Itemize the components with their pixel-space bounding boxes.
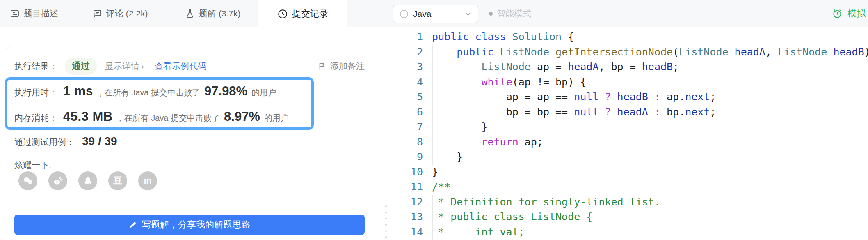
result-row: 执行结果： 通过 显示详情› 查看示例代码 添加备注: [14, 59, 375, 73]
write-solution-button[interactable]: 写题解，分享我的解题思路: [14, 215, 365, 235]
mock-interview-button[interactable]: 模拟: [832, 0, 866, 27]
flag-icon: [318, 62, 327, 71]
testcases-row: 通过测试用例： 39 / 39: [14, 135, 117, 148]
tab-problem-description[interactable]: 题目描述: [10, 0, 58, 27]
submission-result-panel: 执行结果： 通过 显示详情› 查看示例代码 添加备注 执行用时： 1 ms ，在…: [0, 27, 390, 240]
description-icon: [10, 9, 20, 18]
result-label: 执行结果：: [14, 60, 57, 72]
show-details-link[interactable]: 显示详情›: [105, 60, 144, 72]
panel-resize-handle[interactable]: [385, 205, 387, 240]
code-line: 2 public ListNode getIntersectionNode(Li…: [390, 45, 868, 60]
view-sample-code-link[interactable]: 查看示例代码: [155, 60, 206, 72]
line-number: 11: [390, 180, 423, 195]
weibo-icon[interactable]: [48, 171, 67, 190]
code-line: 5 ap = ap == null ? headB : ap.next;: [390, 90, 868, 105]
runtime-row: 执行用时： 1 ms ，在所有 Java 提交中击败了 97.98% 的用户: [14, 84, 326, 100]
chevron-down-icon: [464, 10, 472, 18]
tab-solutions[interactable]: 题解 (3.7k): [185, 0, 241, 27]
tab-separator: [75, 9, 75, 18]
testcases-value: 39 / 39: [82, 135, 117, 148]
memory-text: ，在所有 Java 提交中击败了: [116, 113, 220, 124]
tab-comments[interactable]: 评论 (2.2k): [92, 0, 148, 27]
add-note-button[interactable]: 添加备注: [318, 59, 365, 73]
indent-guide: [432, 195, 433, 240]
indent-guide: [457, 60, 457, 150]
wechat-icon[interactable]: [18, 171, 37, 190]
runtime-value: 1 ms: [63, 84, 93, 99]
code-line: 10}: [390, 165, 868, 180]
code-line: 7 }: [390, 120, 868, 135]
line-number: 8: [390, 135, 423, 150]
line-number: 5: [390, 90, 423, 105]
runtime-text: ，在所有 Java 提交中击败了: [96, 87, 200, 98]
code-line: 6 bp = bp == null ? headA : bp.next;: [390, 105, 868, 120]
leetcode-submission-page: 题目描述 评论 (2.2k) 题解 (3.7k) 提交记录 Java 智能模式 …: [0, 0, 868, 240]
share-icons-row: 豆 in: [18, 171, 157, 190]
line-number: 3: [390, 60, 423, 75]
comment-icon: [92, 9, 102, 18]
code-line: 11/**: [390, 180, 868, 195]
flask-icon: [185, 9, 195, 18]
mock-label: 模拟: [847, 7, 866, 20]
status-badge: 通过: [65, 58, 97, 75]
tab-submissions-active[interactable]: 提交记录: [258, 0, 347, 28]
line-number: 6: [390, 105, 423, 120]
code-line: 13 * public class ListNode {: [390, 210, 868, 225]
selected-language: Java: [413, 9, 431, 19]
language-dropdown[interactable]: Java: [393, 5, 478, 23]
code-line: 8 return ap;: [390, 135, 868, 150]
tab-separator: [167, 9, 167, 18]
code-lines: 1public class Solution {2 public ListNod…: [390, 30, 868, 240]
line-number: 2: [390, 45, 423, 60]
code-line: 3 ListNode ap = headA, bp = headB;: [390, 60, 868, 75]
code-line: 12 * Definition for singly-linked list.: [390, 195, 868, 210]
line-number: 4: [390, 75, 423, 90]
tab-label: 题目描述: [24, 8, 58, 19]
testcases-label: 通过测试用例：: [14, 136, 75, 148]
code-line: 14 * int val;: [390, 225, 868, 240]
line-number: 9: [390, 150, 423, 165]
code-line: 1public class Solution {: [390, 30, 868, 45]
runtime-label: 执行用时：: [14, 87, 57, 98]
line-number: 13: [390, 210, 423, 225]
runtime-percentile: 97.98%: [204, 84, 247, 99]
line-number: 10: [390, 165, 423, 180]
mode-dot-icon: [489, 12, 493, 16]
code-line: 9 }: [390, 150, 868, 165]
memory-row: 内存消耗： 45.3 MB ，在所有 Java 提交中击败了 8.97% 的用户: [14, 109, 326, 126]
line-number: 7: [390, 120, 423, 135]
alarm-clock-icon: [832, 8, 843, 19]
indent-guide: [432, 45, 433, 165]
line-number: 1: [390, 30, 423, 45]
memory-suffix: 的用户: [264, 113, 289, 124]
info-icon: [399, 9, 409, 19]
mode-label: 智能模式: [497, 8, 531, 19]
tab-label: 提交记录: [292, 8, 328, 20]
memory-percentile: 8.97%: [224, 109, 260, 124]
smart-mode-toggle[interactable]: 智能模式: [489, 0, 531, 27]
memory-label: 内存消耗：: [14, 112, 57, 124]
tab-label: 题解 (3.7k): [199, 8, 241, 19]
memory-value: 45.3 MB: [63, 109, 113, 124]
runtime-suffix: 的用户: [251, 87, 276, 98]
pencil-icon: [129, 221, 137, 229]
chevron-right-icon: ›: [141, 61, 144, 71]
line-number: 12: [390, 195, 423, 210]
clock-icon: [277, 9, 288, 19]
qq-icon[interactable]: [78, 171, 97, 190]
tab-label: 评论 (2.2k): [106, 8, 148, 19]
code-line: 4 while(ap != bp) {: [390, 75, 868, 90]
code-editor[interactable]: 1public class Solution {2 public ListNod…: [390, 27, 868, 240]
line-number: 14: [390, 225, 423, 240]
indent-guide: [482, 90, 482, 120]
linkedin-icon[interactable]: in: [138, 171, 157, 190]
douban-icon[interactable]: 豆: [108, 171, 127, 190]
top-tab-bar: 题目描述 评论 (2.2k) 题解 (3.7k) 提交记录 Java 智能模式 …: [0, 0, 868, 27]
brag-label: 炫耀一下:: [14, 159, 51, 171]
